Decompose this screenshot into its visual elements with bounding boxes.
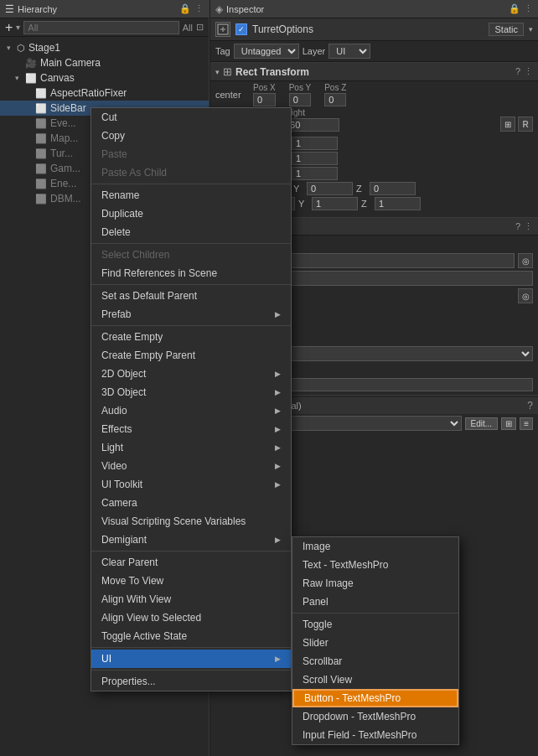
ui-material-help-icon[interactable]: ? [527,400,533,412]
tag-dropdown[interactable]: Untagged [234,44,299,59]
ctx-properties[interactable]: Properties... [91,672,291,691]
inspector-title: Inspector [226,4,505,14]
ctx-audio[interactable]: Audio [91,401,291,420]
submenu-toggle[interactable]: Toggle [292,615,458,634]
ctx-toggle-active[interactable]: Toggle Active State [91,627,291,645]
ctx-divider-3 [91,284,291,285]
renderer-settings-icon[interactable]: ⋮ [524,221,533,232]
z5-label: Z [361,199,371,209]
list-button[interactable]: ≡ [520,417,533,430]
add-icon[interactable]: + [5,20,13,35]
submenu-button-textmeshpro[interactable]: Button - TextMeshPro [292,689,458,707]
canvas-label: Canvas [40,72,75,84]
icon-6: ⬜ [35,133,47,144]
rt-help-icon[interactable]: ? [515,66,520,77]
submenu-slider[interactable]: Slider [292,634,458,652]
label-10: DBM... [50,193,81,205]
tree-item-stage1[interactable]: ▾ ⬡ Stage1 [0,40,209,55]
object-name-field[interactable]: TurretOptions [252,23,484,35]
object-type-icon [215,22,230,37]
submenu-image[interactable]: Image [292,537,458,556]
lock-icon[interactable]: 🔒 [179,3,191,14]
tree-item-maincamera[interactable]: 🎥 Main Camera [0,55,209,70]
search-input[interactable] [23,21,178,34]
ctx-light[interactable]: Light [91,438,291,457]
wh-grid-btn[interactable]: ⊞ [500,117,515,132]
wh-r-btn[interactable]: R [518,117,533,132]
aspect-label: AspectRatioFixer [50,87,127,99]
ctx-3d-object[interactable]: 3D Object [91,383,291,401]
ctx-copy[interactable]: Copy [91,127,291,145]
ctx-ui-toolkit[interactable]: UI Toolkit [91,475,291,494]
inspector-menu-icon[interactable]: ⋮ [524,3,533,14]
y1-value[interactable]: 1 [292,137,338,150]
z5-value[interactable]: 1 [375,197,421,210]
ctx-2d-object[interactable]: 2D Object [91,365,291,383]
ctx-paste: Paste [91,145,291,163]
ctx-video[interactable]: Video [91,457,291,475]
ctx-create-empty[interactable]: Create Empty [91,328,291,346]
ctx-rename[interactable]: Rename [91,186,291,205]
ctx-create-empty-parent[interactable]: Create Empty Parent [91,346,291,365]
rect-transform-header[interactable]: ▾ ⊞ Rect Transform ? ⋮ [210,62,538,81]
ctx-find-references[interactable]: Find References in Scene [91,264,291,282]
ctx-demigiant[interactable]: Demigiant [91,531,291,549]
tree-item-aspect[interactable]: ⬜ AspectRatioFixer [0,85,209,101]
submenu-scroll-view[interactable]: Scroll View [292,671,458,689]
ctx-cut[interactable]: Cut [91,108,291,127]
layer-dropdown[interactable]: UI [328,44,370,59]
pos-y-value[interactable]: 0 [289,93,312,106]
ctx-delete[interactable]: Delete [91,223,291,241]
ctx-move-to-view[interactable]: Move To View [91,572,291,590]
inspector-lock-icon[interactable]: 🔒 [509,3,520,14]
pos-z-value[interactable]: 0 [324,93,346,106]
submenu-input-field[interactable]: Input Field - TextMeshPro [292,726,458,744]
ctx-visual-scripting[interactable]: Visual Scripting Scene Variables [91,512,291,531]
canvas-icon: ⬜ [25,73,37,84]
rect-transform-title: Rect Transform [235,66,309,78]
submenu-raw-image[interactable]: Raw Image [292,574,458,593]
ctx-align-with-view[interactable]: Align With View [91,590,291,608]
y2-value[interactable]: 1 [292,152,338,165]
rt-controls: ? ⋮ [515,66,533,77]
ctx-camera[interactable]: Camera [91,494,291,512]
menu-icon[interactable]: ⋮ [194,3,204,14]
ctx-divider-6 [91,647,291,648]
ctx-ui[interactable]: UI [91,650,291,668]
arrow-icon[interactable]: ▾ [16,23,20,32]
grid-button[interactable]: ⊞ [501,417,516,430]
pos-z-cell: Pos Z 0 [324,83,346,106]
active-checkbox[interactable]: ✓ [235,23,247,35]
z4-value[interactable]: 0 [370,182,416,195]
submenu-scrollbar[interactable]: Scrollbar [292,652,458,671]
image-select-btn[interactable]: ◎ [518,253,533,268]
renderer-help-icon[interactable]: ? [515,221,520,232]
submenu-divider-1 [292,613,458,614]
focus-icon[interactable]: ⊡ [196,22,204,33]
y5-value[interactable]: 1 [312,197,358,210]
y4-value[interactable]: 0 [307,182,353,195]
y3-value[interactable]: 1 [292,167,338,180]
ctx-clear-parent[interactable]: Clear Parent [91,553,291,572]
pos-y-label: Pos Y [289,83,312,92]
submenu-text-meshpro[interactable]: Text - TextMeshPro [292,556,458,574]
static-button[interactable]: Static [489,23,524,36]
material-select-btn[interactable]: ◎ [518,288,533,303]
submenu-dropdown-textmeshpro[interactable]: Dropdown - TextMeshPro [292,707,458,726]
ctx-duplicate[interactable]: Duplicate [91,205,291,223]
hierarchy-header: ☰ Hierarchy 🔒 ⋮ [0,0,209,18]
ctx-align-view-selected[interactable]: Align View to Selected [91,608,291,627]
ctx-effects[interactable]: Effects [91,420,291,438]
rt-settings-icon[interactable]: ⋮ [524,66,533,77]
hierarchy-title: Hierarchy [18,4,176,14]
ctx-prefab[interactable]: Prefab [91,305,291,324]
unit-multip-value[interactable]: 1 [279,378,533,391]
ctx-set-default-parent[interactable]: Set as Default Parent [91,287,291,305]
renderer-controls: ? ⋮ [515,221,533,232]
edit-button[interactable]: Edit... [465,417,499,430]
ctx-paste-as-child: Paste As Child [91,163,291,182]
submenu-panel[interactable]: Panel [292,593,458,611]
static-dropdown-icon[interactable]: ▾ [529,25,533,34]
tree-item-canvas[interactable]: ▾ ⬜ Canvas [0,70,209,85]
pos-x-value[interactable]: 0 [253,93,276,106]
